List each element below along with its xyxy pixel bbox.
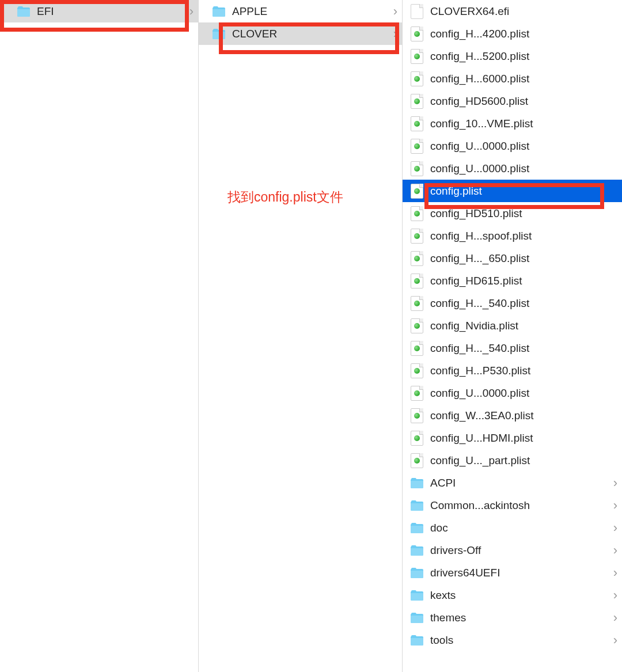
list-item[interactable]: config_H...4200.plist (403, 22, 622, 45)
chevron-right-icon: › (613, 610, 617, 625)
folder-icon (409, 476, 424, 491)
finder-column-1: EFI› (0, 0, 199, 672)
list-item[interactable]: config_H..._650.plist (403, 247, 622, 269)
list-item[interactable]: config_HD5600.plist (403, 90, 622, 112)
list-item[interactable]: config_U...0000.plist (403, 135, 622, 157)
list-item[interactable]: Common...ackintosh› (403, 494, 622, 517)
list-item[interactable]: ACPI› (403, 472, 622, 494)
file-name-label: config_H...6000.plist (430, 73, 617, 85)
plist-file-icon (409, 229, 424, 244)
folder-icon (409, 498, 424, 513)
file-name-label: drivers64UEFI (430, 567, 613, 579)
list-item[interactable]: drivers-Off› (403, 539, 622, 561)
file-name-label: config_H...spoof.plist (430, 230, 617, 242)
file-name-label: Common...ackintosh (430, 499, 613, 512)
chevron-right-icon: › (189, 4, 194, 19)
file-name-label: config_HD510.plist (430, 207, 617, 220)
folder-icon (211, 4, 226, 19)
list-item[interactable]: config_H...6000.plist (403, 67, 622, 90)
folder-icon (16, 4, 31, 19)
file-name-label: config_H...P530.plist (430, 365, 617, 377)
file-name-label: config_HD615.plist (430, 275, 617, 287)
file-name-label: kexts (430, 589, 613, 602)
finder-column-3: CLOVERX64.eficonfig_H...4200.plistconfig… (403, 0, 622, 672)
file-name-label: drivers-Off (430, 544, 613, 557)
plist-file-icon (409, 184, 424, 199)
folder-icon (409, 610, 424, 625)
plist-file-icon (409, 341, 424, 356)
plist-file-icon (409, 161, 424, 176)
chevron-right-icon: › (613, 588, 617, 603)
plist-file-icon (409, 274, 424, 288)
file-name-label: config_HD5600.plist (430, 95, 617, 108)
folder-icon (409, 543, 424, 558)
file-name-label: CLOVER (232, 28, 393, 40)
list-item[interactable]: config_HD615.plist (403, 269, 622, 292)
file-name-label: config_H..._650.plist (430, 252, 617, 265)
list-item[interactable]: config_H...5200.plist (403, 45, 622, 67)
list-item[interactable]: config_H..._540.plist (403, 337, 622, 359)
file-name-label: config_U...HDMI.plist (430, 432, 617, 445)
plist-file-icon (409, 71, 424, 86)
plist-file-icon (409, 116, 424, 131)
list-item[interactable]: config_HD510.plist (403, 202, 622, 225)
plist-file-icon (409, 26, 424, 41)
folder-icon (409, 633, 424, 648)
plist-file-icon (409, 206, 424, 221)
plist-file-icon (409, 453, 424, 468)
list-item[interactable]: APPLE› (199, 0, 402, 22)
file-name-label: config_W...3EA0.plist (430, 409, 617, 422)
file-name-label: config_10...VME.plist (430, 117, 617, 130)
file-name-label: config.plist (430, 185, 617, 198)
chevron-right-icon: › (613, 565, 617, 580)
file-name-label: config_H..._540.plist (430, 342, 617, 355)
folder-icon (409, 588, 424, 603)
file-name-label: config_U...0000.plist (430, 387, 617, 400)
list-item[interactable]: config_U...0000.plist (403, 157, 622, 180)
list-item[interactable]: config_H..._540.plist (403, 292, 622, 314)
file-name-label: config_U...0000.plist (430, 162, 617, 175)
file-name-label: themes (430, 612, 613, 624)
file-name-label: APPLE (232, 5, 393, 18)
folder-icon (409, 521, 424, 536)
folder-icon (211, 26, 226, 41)
file-name-label: config_H...4200.plist (430, 28, 617, 40)
plist-file-icon (409, 318, 424, 333)
list-item[interactable]: kexts› (403, 584, 622, 606)
list-item[interactable]: EFI› (0, 0, 198, 22)
efi-file-icon (409, 4, 424, 19)
chevron-right-icon: › (393, 4, 397, 19)
plist-file-icon (409, 431, 424, 446)
file-name-label: config_U...0000.plist (430, 140, 617, 153)
list-item[interactable]: CLOVER› (199, 22, 402, 45)
chevron-right-icon: › (613, 521, 617, 536)
list-item[interactable]: config.plist (403, 180, 622, 202)
annotation-label: 找到config.plist文件 (227, 188, 343, 206)
finder-column-2: APPLE›CLOVER› (199, 0, 403, 672)
list-item[interactable]: config_U...HDMI.plist (403, 427, 622, 449)
list-item[interactable]: config_W...3EA0.plist (403, 404, 622, 427)
list-item[interactable]: config_U..._part.plist (403, 449, 622, 472)
chevron-right-icon: › (613, 476, 617, 491)
list-item[interactable]: doc› (403, 517, 622, 539)
plist-file-icon (409, 363, 424, 378)
plist-file-icon (409, 49, 424, 64)
file-name-label: config_U..._part.plist (430, 454, 617, 467)
list-item[interactable]: drivers64UEFI› (403, 561, 622, 584)
folder-icon (409, 565, 424, 580)
file-name-label: config_Nvidia.plist (430, 320, 617, 332)
list-item[interactable]: CLOVERX64.efi (403, 0, 622, 22)
list-item[interactable]: themes› (403, 606, 622, 629)
chevron-right-icon: › (613, 633, 617, 648)
list-item[interactable]: config_H...P530.plist (403, 359, 622, 382)
file-name-label: ACPI (430, 477, 613, 489)
chevron-right-icon: › (613, 498, 617, 513)
plist-file-icon (409, 251, 424, 266)
list-item[interactable]: config_U...0000.plist (403, 382, 622, 404)
plist-file-icon (409, 94, 424, 109)
list-item[interactable]: config_10...VME.plist (403, 112, 622, 135)
list-item[interactable]: config_H...spoof.plist (403, 225, 622, 247)
list-item[interactable]: config_Nvidia.plist (403, 314, 622, 337)
list-item[interactable]: tools› (403, 629, 622, 651)
file-name-label: tools (430, 634, 613, 647)
